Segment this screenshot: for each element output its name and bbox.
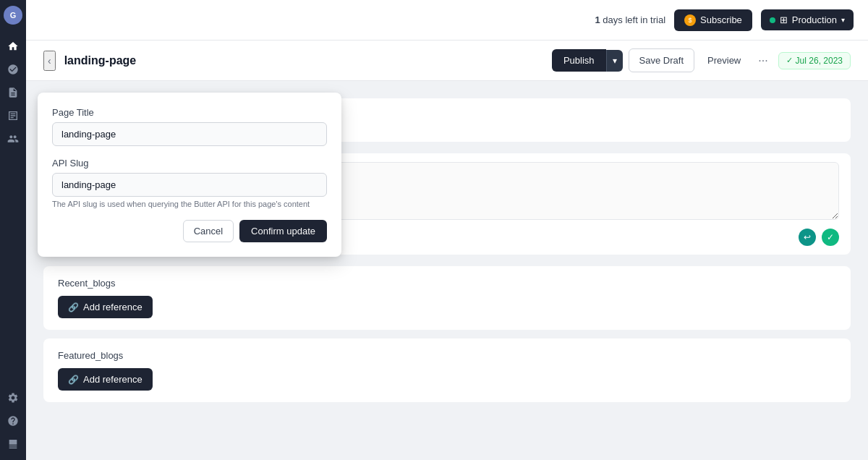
save-draft-button[interactable]: Save Draft [629,48,694,72]
publish-dropdown-button[interactable]: ▾ [606,50,623,72]
status-dot [770,17,775,23]
modal-page-title-input[interactable] [52,122,327,146]
trial-suffix: days left in trial [603,14,665,25]
confirm-update-button[interactable]: Confirm update [239,220,327,242]
modal-popup: Page Title API Slug The API slug is used… [38,93,341,257]
sidebar-item-table[interactable] [3,106,23,126]
sidebar-item-home[interactable] [3,36,23,56]
page-title: landing-page [64,54,137,67]
modal-page-title-field: Page Title [52,107,327,146]
trial-days: 1 [595,14,600,25]
sidebar-item-pages[interactable] [3,82,23,103]
publish-button[interactable]: Publish [552,49,606,72]
production-label: ⊞ [780,14,788,25]
production-text: Production [792,14,837,25]
date-text: Jul 26, 2023 [796,56,843,66]
sidebar-item-help[interactable] [3,411,23,431]
check-icon: ✓ [786,56,793,65]
modal-api-slug-input[interactable] [52,173,327,197]
publish-button-group: Publish ▾ [552,49,623,72]
cancel-button[interactable]: Cancel [183,220,234,242]
date-badge: ✓ Jul 26, 2023 [778,52,851,69]
chevron-down-icon: ▾ [841,16,845,24]
page-header: ‹ landing-page Publish ▾ Save Draft Prev… [26,41,868,81]
page-body: Page Title API Slug The API slug is used… [26,81,868,428]
modal-api-slug-hint: The API slug is used when querying the B… [52,200,327,208]
trial-info: 1 days left in trial [595,14,665,25]
topbar: 1 days left in trial $ Subscribe ⊞ Produ… [26,0,868,41]
subscribe-button[interactable]: $ Subscribe [674,9,752,31]
subscribe-label: Subscribe [700,14,742,25]
back-button[interactable]: ‹ [43,51,56,71]
modal-api-slug-field: API Slug The API slug is used when query… [52,158,327,208]
modal-api-slug-label: API Slug [52,158,327,169]
modal-actions: Cancel Confirm update [52,220,327,242]
production-button[interactable]: ⊞ Production ▾ [761,9,854,30]
main-content: 1 days left in trial $ Subscribe ⊞ Produ… [26,0,868,460]
more-options-button[interactable]: ··· [754,48,772,73]
sidebar-item-console[interactable] [3,434,23,454]
header-actions: Publish ▾ Save Draft Preview ··· ✓ Jul 2… [552,48,851,73]
sidebar-item-blog[interactable] [3,59,23,80]
sidebar-item-users[interactable] [3,129,23,149]
preview-button[interactable]: Preview [700,49,748,72]
content-area: ‹ landing-page Publish ▾ Save Draft Prev… [26,41,868,460]
sidebar: G [0,0,26,460]
sidebar-item-settings[interactable] [3,388,23,408]
modal-overlay: Page Title API Slug The API slug is used… [26,81,868,428]
avatar[interactable]: G [4,6,22,25]
modal-page-title-label: Page Title [52,107,327,118]
coin-icon: $ [684,14,696,26]
